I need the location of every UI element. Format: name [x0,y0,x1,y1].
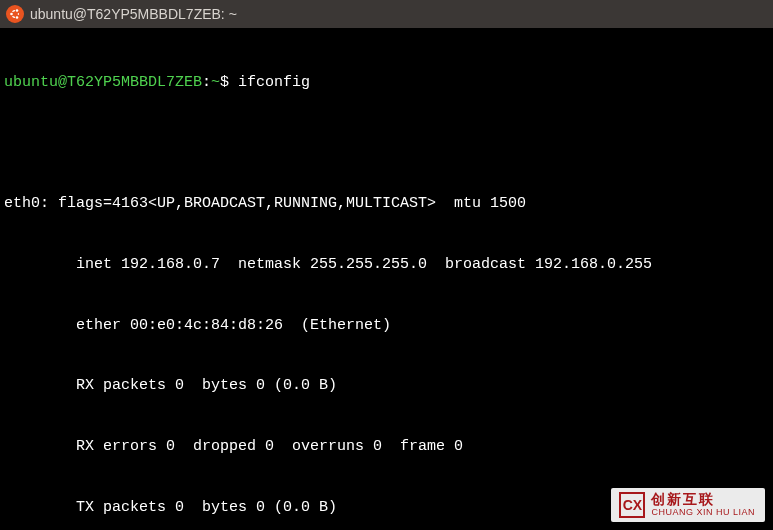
prompt-line: ubuntu@T62YP5MBBDL7ZEB:~$ ifconfig [4,73,769,93]
iface-flags-line: eth0: flags=4163<UP,BROADCAST,RUNNING,MU… [4,194,769,214]
prompt-sep: : [202,74,211,91]
terminal-area[interactable]: ubuntu@T62YP5MBBDL7ZEB:~$ ifconfig eth0:… [0,28,773,530]
watermark-logo-icon: CX [619,492,645,518]
interface-block: eth0: flags=4163<UP,BROADCAST,RUNNING,MU… [4,154,769,531]
command-text: ifconfig [238,74,310,91]
iface-inet-line: inet 192.168.0.7 netmask 255.255.255.0 b… [4,255,769,275]
prompt-user-host: ubuntu@T62YP5MBBDL7ZEB [4,74,202,91]
iface-ether-line: ether 00:e0:4c:84:d8:26 (Ethernet) [4,316,769,336]
watermark-sub-text: CHUANG XIN HU LIAN [651,508,755,518]
window-title: ubuntu@T62YP5MBBDL7ZEB: ~ [30,5,237,24]
prompt-path: ~ [211,74,220,91]
watermark: CX 创新互联 CHUANG XIN HU LIAN [611,488,765,522]
iface-rx-errors: RX errors 0 dropped 0 overruns 0 frame 0 [4,437,769,457]
svg-point-2 [16,16,19,19]
window-titlebar[interactable]: ubuntu@T62YP5MBBDL7ZEB: ~ [0,0,773,28]
ubuntu-logo-icon [6,5,24,23]
svg-point-1 [16,9,19,12]
prompt-dollar: $ [220,74,238,91]
iface-rx-packets: RX packets 0 bytes 0 (0.0 B) [4,376,769,396]
svg-point-0 [10,13,13,16]
watermark-main-text: 创新互联 [651,492,755,507]
